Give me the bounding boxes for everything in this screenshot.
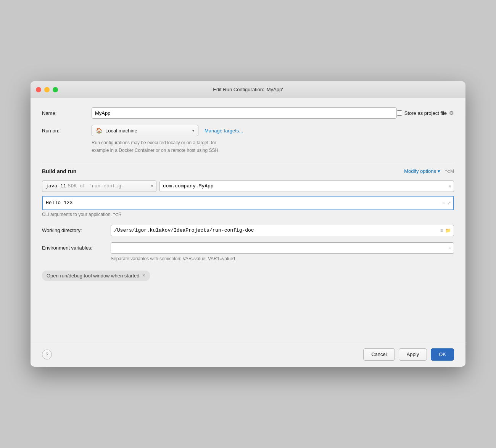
tag-label: Open run/debug tool window when started <box>47 273 140 279</box>
bottom-bar: ? Cancel Apply OK <box>31 342 465 367</box>
cli-args-input[interactable] <box>42 196 454 210</box>
name-row: Name: Store as project file ⚙ <box>42 107 454 119</box>
action-buttons: Cancel Apply OK <box>363 348 454 361</box>
main-class-wrapper: ≡ <box>159 180 454 192</box>
home-icon: 🏠 <box>96 127 102 134</box>
titlebar: Edit Run Configuration: 'MyApp' <box>31 81 465 98</box>
ok-button[interactable]: OK <box>431 348 454 361</box>
expand-icon[interactable]: ⤢ <box>447 200 451 206</box>
build-run-title: Build and run <box>42 168 76 174</box>
cli-args-wrapper: ≡ ⤢ <box>42 196 454 210</box>
dialog-window: Edit Run Configuration: 'MyApp' Name: St… <box>31 81 465 366</box>
section-divider <box>42 162 454 162</box>
maximize-button[interactable] <box>53 87 58 92</box>
run-on-row: Run on: 🏠 Local machine ▾ Manage targets… <box>42 125 454 136</box>
main-class-input[interactable] <box>159 180 454 192</box>
working-dir-input[interactable] <box>111 225 454 236</box>
chevron-down-icon: ▾ <box>151 184 153 188</box>
env-vars-hint: Separate variables with semicolon: VAR=v… <box>111 256 454 261</box>
paste-icon[interactable]: ≡ <box>442 200 445 206</box>
dialog-content: Name: Store as project file ⚙ Run on: 🏠 … <box>31 98 465 296</box>
help-button[interactable]: ? <box>42 350 52 359</box>
working-dir-wrapper: ≡ 📁 <box>111 225 454 236</box>
modify-options-button[interactable]: Modify options ▾ ⌥M <box>404 168 454 174</box>
store-project-label: Store as project file <box>404 110 447 116</box>
chevron-down-icon: ▾ <box>438 168 440 174</box>
close-button[interactable] <box>36 87 41 92</box>
env-browse-icon[interactable]: ≡ <box>448 245 451 251</box>
modify-shortcut: ⌥M <box>445 169 454 174</box>
apply-button[interactable]: Apply <box>399 348 427 361</box>
env-input-wrapper: ≡ <box>111 242 454 254</box>
env-vars-input[interactable] <box>111 242 454 254</box>
sdk-main-text: java 11 <box>45 183 66 189</box>
window-title: Edit Run Configuration: 'MyApp' <box>213 87 283 92</box>
run-description: Run configurations may be executed local… <box>92 139 454 154</box>
sdk-sub-text: SDK of 'run-config- <box>68 183 124 189</box>
cli-args-icons: ≡ ⤢ <box>442 200 451 206</box>
browse-icon[interactable]: ≡ <box>448 184 451 189</box>
env-vars-row: Environment variables: ≡ <box>42 242 454 254</box>
env-vars-label: Environment variables: <box>42 245 111 251</box>
working-dir-label: Working directory: <box>42 227 111 233</box>
run-on-value: Local machine <box>105 128 189 134</box>
sdk-row: java 11 SDK of 'run-config- ▾ ≡ <box>42 180 454 192</box>
dir-icons: ≡ 📁 <box>440 228 451 233</box>
name-label: Name: <box>42 110 92 116</box>
paste-dir-icon[interactable]: ≡ <box>440 228 443 233</box>
gear-icon[interactable]: ⚙ <box>449 110 454 116</box>
build-run-section-header: Build and run Modify options ▾ ⌥M <box>42 168 454 174</box>
run-on-label: Run on: <box>42 128 92 134</box>
cancel-button[interactable]: Cancel <box>363 348 395 361</box>
chevron-down-icon: ▾ <box>192 129 194 133</box>
working-dir-row: Working directory: ≡ 📁 <box>42 225 454 236</box>
modify-options-label: Modify options <box>404 168 436 174</box>
run-debug-tag: Open run/debug tool window when started … <box>42 271 150 281</box>
tag-container: Open run/debug tool window when started … <box>42 271 454 281</box>
sdk-select[interactable]: java 11 SDK of 'run-config- ▾ <box>42 180 156 192</box>
name-input[interactable] <box>92 107 397 119</box>
store-project-checkbox[interactable] <box>397 110 402 116</box>
folder-icon[interactable]: 📁 <box>445 228 451 233</box>
run-on-select[interactable]: 🏠 Local machine ▾ <box>92 125 198 136</box>
store-project-group: Store as project file ⚙ <box>397 110 454 116</box>
tag-close-button[interactable]: × <box>143 273 145 278</box>
minimize-button[interactable] <box>44 87 50 92</box>
cli-args-hint: CLI arguments to your application. ⌥R <box>42 212 454 217</box>
manage-targets-link[interactable]: Manage targets... <box>205 128 243 134</box>
window-controls <box>36 87 58 92</box>
